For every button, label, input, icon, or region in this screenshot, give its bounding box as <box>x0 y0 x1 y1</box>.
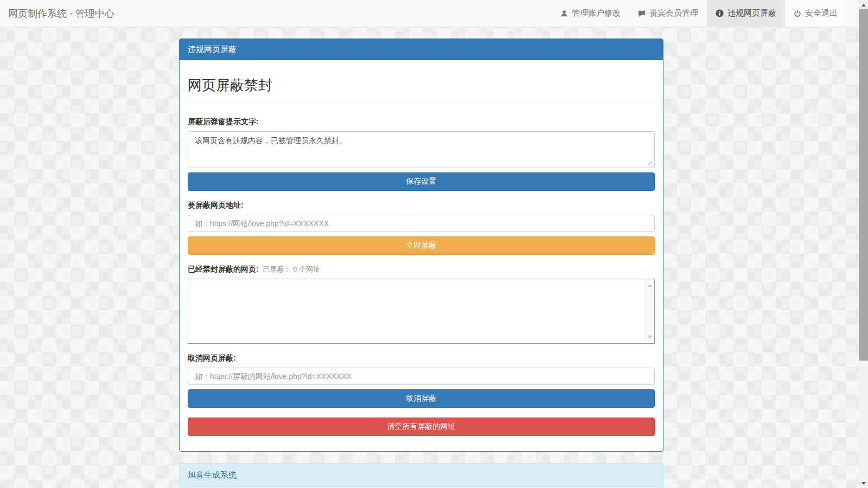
nav-item-label: 管理账户修改 <box>572 8 621 18</box>
block-url-label: 要屏蔽网页地址: <box>188 201 655 210</box>
block-now-button[interactable]: 立即屏蔽 <box>188 236 655 255</box>
user-icon <box>560 10 568 17</box>
nav-item-vip-management[interactable]: 贵宾会员管理 <box>629 0 707 27</box>
xuyin-generator-panel: 旭音生成系统 <box>179 463 663 488</box>
nav-item-illegal-page-block[interactable]: 违规网页屏蔽 <box>707 0 785 27</box>
blocked-list-textarea[interactable] <box>188 279 645 343</box>
title-divider <box>188 104 655 104</box>
nav-item-label: 贵宾会员管理 <box>649 8 698 18</box>
save-settings-button[interactable]: 保存设置 <box>188 172 655 191</box>
nav-item-logout[interactable]: 安全退出 <box>785 0 846 27</box>
main-content: 违规网页屏蔽 网页屏蔽禁封 屏蔽后弹窗提示文字: 该网页含有违规内容，已被管理员… <box>179 27 663 488</box>
illegal-page-block-panel: 违规网页屏蔽 网页屏蔽禁封 屏蔽后弹窗提示文字: 该网页含有违规内容，已被管理员… <box>179 38 663 452</box>
blocked-list-label: 已经禁封屏蔽的网页: 已屏蔽： 0 个网址 <box>188 265 655 274</box>
blocked-count: 已屏蔽： 0 个网址 <box>263 265 320 273</box>
app-title: 网页制作系统 - 管理中心 <box>0 0 123 27</box>
panel-body: 网页屏蔽禁封 屏蔽后弹窗提示文字: 该网页含有违规内容，已被管理员永久禁封。 保… <box>180 60 663 451</box>
popup-text-label: 屏蔽后弹窗提示文字: <box>188 117 655 127</box>
info-panel-heading: 旭音生成系统 <box>180 464 663 487</box>
panel-heading: 违规网页屏蔽 <box>180 39 663 60</box>
nav-item-account-edit[interactable]: 管理账户修改 <box>552 0 629 27</box>
scroll-down-arrow-icon <box>861 482 866 487</box>
power-icon <box>794 10 801 17</box>
unblock-url-input[interactable] <box>188 368 655 385</box>
scroll-up-arrow-icon <box>648 282 652 287</box>
resize-grip[interactable] <box>648 162 654 167</box>
comment-icon <box>638 10 646 17</box>
scrollbar-thumb[interactable] <box>859 9 868 361</box>
scroll-up-button[interactable] <box>859 0 868 9</box>
page-title: 网页屏蔽禁封 <box>188 76 655 95</box>
nav-item-label: 安全退出 <box>805 8 838 18</box>
scroll-down-arrow-icon <box>648 336 652 341</box>
top-navbar: 网页制作系统 - 管理中心 管理账户修改 贵宾会员管理 违规网页屏蔽 安全退出 <box>0 0 868 27</box>
blocked-list-label-text: 已经禁封屏蔽的网页: <box>188 265 259 273</box>
block-url-input[interactable] <box>188 215 655 232</box>
info-circle-icon <box>716 9 724 17</box>
clear-all-button[interactable]: 清空所有屏蔽的网址 <box>188 418 655 436</box>
blocked-list-box <box>188 279 655 344</box>
blocked-list-scrollbar[interactable] <box>645 279 654 343</box>
window-scrollbar[interactable] <box>859 0 868 488</box>
navbar-menu: 管理账户修改 贵宾会员管理 违规网页屏蔽 安全退出 <box>552 0 846 27</box>
nav-item-label: 违规网页屏蔽 <box>727 8 776 18</box>
popup-text-input[interactable]: 该网页含有违规内容，已被管理员永久禁封。 <box>188 131 655 168</box>
scroll-down-button[interactable] <box>859 479 868 488</box>
popup-text-wrapper: 该网页含有违规内容，已被管理员永久禁封。 <box>188 131 655 168</box>
scroll-up-arrow-icon <box>861 2 866 7</box>
unblock-button[interactable]: 取消屏蔽 <box>188 389 655 408</box>
unblock-label: 取消网页屏蔽: <box>188 354 655 363</box>
